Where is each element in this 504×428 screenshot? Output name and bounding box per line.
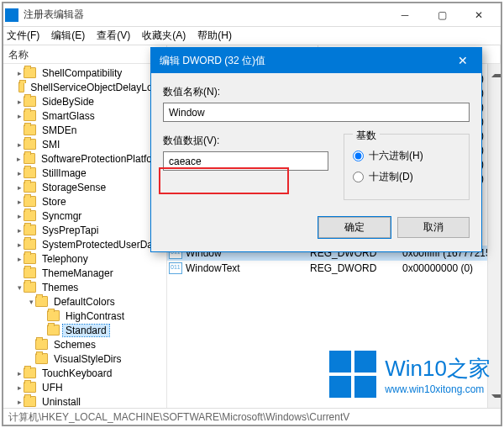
- base-legend: 基数: [353, 129, 380, 143]
- dword-icon: [169, 262, 182, 274]
- menu-favorites[interactable]: 收藏夹(A): [142, 29, 186, 43]
- folder-icon: [24, 153, 35, 164]
- dialog-close-button[interactable]: ✕: [444, 48, 481, 73]
- folder-icon: [24, 96, 36, 107]
- menu-help[interactable]: 帮助(H): [197, 29, 232, 43]
- tree-node-ufh[interactable]: ▸UFH: [3, 380, 166, 394]
- folder-icon: [47, 310, 60, 321]
- folder-icon: [35, 339, 48, 350]
- watermark: Win10之家 www.win10xitong.com: [329, 351, 491, 398]
- folder-icon: [24, 267, 36, 278]
- app-icon: [5, 8, 18, 22]
- dialog-title: 编辑 DWORD (32 位)值: [160, 54, 444, 68]
- folder-icon: [24, 182, 36, 193]
- tree-node-softwareprotectionplatform[interactable]: ▸SoftwareProtectionPlatform: [3, 151, 166, 166]
- folder-icon: [24, 139, 36, 150]
- folder-icon: [18, 82, 24, 92]
- tree-node-smden[interactable]: SMDEn: [3, 123, 166, 137]
- folder-icon: [24, 367, 36, 378]
- tree-node-syspreptapi[interactable]: ▸SysPrepTapi: [3, 223, 166, 237]
- value-data-input[interactable]: [163, 151, 328, 171]
- tree-node-stillimage[interactable]: ▸StillImage: [3, 166, 166, 180]
- folder-icon: [47, 325, 60, 336]
- app-title: 注册表编辑器: [24, 8, 386, 22]
- folder-icon: [24, 382, 36, 393]
- menu-edit[interactable]: 编辑(E): [51, 29, 85, 43]
- registry-tree[interactable]: ▸ShellCompatibilityShellServiceObjectDel…: [3, 64, 167, 408]
- maximize-button[interactable]: ▢: [423, 4, 460, 26]
- value-name-label: 数值名称(N):: [163, 85, 470, 99]
- folder-icon: [24, 110, 36, 121]
- value-data-label: 数值数据(V):: [163, 134, 328, 148]
- col-name[interactable]: 名称: [3, 45, 167, 63]
- tree-node-thememanager[interactable]: ThemeManager: [3, 266, 166, 280]
- tree-node-visualstyledirs[interactable]: VisualStyleDirs: [3, 351, 166, 366]
- menubar: 文件(F) 编辑(E) 查看(V) 收藏夹(A) 帮助(H): [3, 27, 501, 45]
- windows-logo-icon: [329, 351, 376, 398]
- folder-icon: [24, 124, 36, 135]
- folder-icon: [24, 396, 36, 407]
- close-button[interactable]: ✕: [460, 4, 497, 26]
- folder-icon: [24, 67, 36, 78]
- tree-node-smi[interactable]: ▸SMI: [3, 137, 166, 151]
- tree-node-storagesense[interactable]: ▸StorageSense: [3, 180, 166, 194]
- tree-node-systemprotecteduserdata[interactable]: ▸SystemProtectedUserData: [3, 237, 166, 251]
- statusbar: 计算机\HKEY_LOCAL_MACHINE\SOFTWARE\Microsof…: [3, 408, 501, 425]
- tree-node-uninstall[interactable]: ▸Uninstall: [3, 394, 166, 408]
- base-fieldset: 基数 十六进制(H) 十进制(D): [344, 134, 470, 200]
- tree-node-highcontrast[interactable]: HighContrast: [3, 309, 166, 323]
- tree-node-smartglass[interactable]: ▸SmartGlass: [3, 108, 166, 123]
- tree-node-standard[interactable]: Standard: [3, 323, 166, 337]
- list-row[interactable]: WindowTextREG_DWORD0x00000000 (0): [167, 261, 501, 276]
- edit-dword-dialog: 编辑 DWORD (32 位)值 ✕ 数值名称(N): 数值数据(V): 基数 …: [150, 47, 482, 252]
- cancel-button[interactable]: 取消: [397, 217, 470, 238]
- titlebar: 注册表编辑器 ─ ▢ ✕: [3, 3, 501, 27]
- folder-icon: [24, 196, 36, 207]
- tree-node-defaultcolors[interactable]: ▾DefaultColors: [3, 294, 166, 309]
- ok-button[interactable]: 确定: [318, 217, 391, 238]
- tree-node-telephony[interactable]: ▸Telephony: [3, 251, 166, 266]
- radio-dec[interactable]: [353, 172, 364, 182]
- folder-icon: [24, 210, 36, 221]
- radio-hex[interactable]: [353, 151, 364, 161]
- value-name-input[interactable]: [163, 103, 470, 122]
- tree-node-store[interactable]: ▸Store: [3, 194, 166, 209]
- folder-icon: [24, 225, 36, 235]
- tree-node-shellcompatibility[interactable]: ▸ShellCompatibility: [3, 66, 166, 80]
- tree-node-schemes[interactable]: Schemes: [3, 337, 166, 351]
- tree-node-shellserviceobjectdelayload[interactable]: ShellServiceObjectDelayLoad: [3, 80, 166, 94]
- folder-icon: [35, 353, 48, 364]
- folder-icon: [24, 239, 36, 250]
- menu-file[interactable]: 文件(F): [7, 29, 39, 43]
- folder-icon: [24, 253, 36, 264]
- folder-icon: [24, 167, 36, 178]
- menu-view[interactable]: 查看(V): [97, 29, 130, 43]
- tree-node-touchkeyboard[interactable]: ▸TouchKeyboard: [3, 366, 166, 380]
- folder-icon: [24, 282, 36, 293]
- tree-node-themes[interactable]: ▾Themes: [3, 280, 166, 294]
- tree-node-syncmgr[interactable]: ▸Syncmgr: [3, 209, 166, 223]
- minimize-button[interactable]: ─: [386, 4, 423, 26]
- folder-icon: [35, 296, 48, 307]
- tree-node-sidebyside[interactable]: ▸SideBySide: [3, 94, 166, 108]
